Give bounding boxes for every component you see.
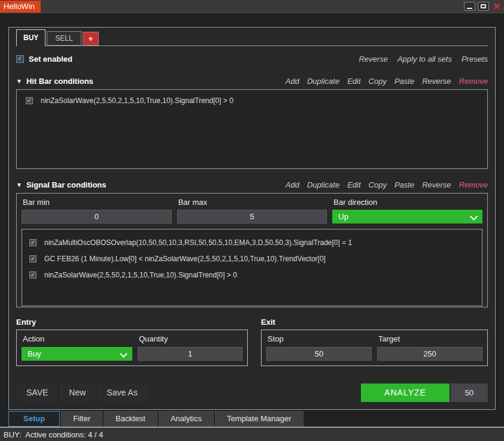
checkmark-icon: ✓ [31,240,35,246]
tab-setup[interactable]: Setup [8,411,60,427]
exit-title: Exit [261,318,488,327]
target-label: Target [377,333,482,347]
signal-duplicate-link[interactable]: Duplicate [307,180,339,189]
stop-input[interactable]: 50 [266,347,372,361]
set-enabled-label: Set enabled [29,55,72,64]
minimize-icon [467,8,472,9]
entry-exit-row: Entry Action Buy Quantity 1 Exit [16,318,488,366]
title-bar: HelloWin ✕ [0,0,504,13]
entry-group: Entry Action Buy Quantity 1 [16,318,248,366]
save-button-strip: SAVE New Save As [16,383,148,402]
apply-all-sets-link[interactable]: Apply to all sets [397,55,452,64]
analyze-count-input[interactable]: 50 [451,383,488,402]
collapse-icon[interactable]: ▼ [16,78,22,84]
save-button[interactable]: SAVE [16,383,59,402]
signal-bar-header: ▼ Signal Bar conditions Add Duplicate Ed… [16,179,488,190]
hit-duplicate-link[interactable]: Duplicate [307,77,339,86]
condition-text: ninZaSolarWave(2,5,50,2,1,5,10,True,10).… [41,96,233,105]
entry-title: Entry [16,318,248,327]
signal-bar-title: Signal Bar conditions [26,180,107,189]
bar-direction-label: Bar direction [332,196,482,210]
signal-reverse-link[interactable]: Reverse [422,180,451,189]
signal-bar-conditions-list: ✓ ninZaMultiOscOBOSOverlap(10,50,50,10,3… [22,229,482,306]
bar-max-input[interactable]: 5 [177,210,327,223]
set-enabled-checkbox[interactable]: ✓ [16,55,24,63]
condition-row[interactable]: ✓ ninZaMultiOscOBOSOverlap(10,50,50,10,3… [22,235,482,251]
bar-direction-value: Up [338,212,348,221]
analyze-area: ANALYZE 50 [361,383,488,402]
set-links: Reverse Apply to all sets Presets [359,55,488,64]
signal-add-link[interactable]: Add [286,180,299,189]
condition-row[interactable]: ✓ GC FEB26 (1 Minute).Low[0] < ninZaSola… [22,251,482,267]
signal-bar-params: Bar min 0 Bar max 5 Bar direction Up [22,196,482,223]
analyze-button[interactable]: ANALYZE [361,383,450,402]
tab-analytics[interactable]: Analytics [159,411,214,427]
new-button[interactable]: New [59,383,96,402]
bar-min-label: Bar min [22,196,172,210]
condition-row[interactable]: ✓ ninZaSolarWave(2,5,50,2,1,5,10,True,10… [22,267,482,283]
window-title: HelloWin [0,1,41,13]
tab-buy[interactable]: BUY [16,29,45,46]
hit-bar-actions: Add Duplicate Edit Copy Paste Reverse Re… [286,77,488,86]
tab-template-manager[interactable]: Template Manager [215,411,303,427]
hit-bar-conditions-list: ✓ ninZaSolarWave(2,5,50,2,1,5,10,True,10… [16,89,488,169]
tab-backtest[interactable]: Backtest [104,411,157,427]
condition-text: GC FEB26 (1 Minute).Low[0] < ninZaSolarW… [44,255,326,263]
condition-row[interactable]: ✓ ninZaSolarWave(2,5,50,2,1,5,10,True,10… [17,93,487,108]
bar-min-input[interactable]: 0 [22,210,172,223]
hit-add-link[interactable]: Add [286,77,299,86]
footer-buttons: SAVE New Save As ANALYZE 50 [16,383,488,402]
hit-bar-header: ▼ Hit Bar conditions Add Duplicate Edit … [16,75,488,86]
quantity-label: Quantity [138,333,242,347]
signal-edit-link[interactable]: Edit [347,180,360,189]
close-button[interactable]: ✕ [491,2,502,11]
signal-copy-link[interactable]: Copy [369,180,387,189]
close-icon: ✕ [493,1,500,11]
collapse-icon[interactable]: ▼ [16,182,22,188]
maximize-icon [481,4,486,8]
hit-bar-title: Hit Bar conditions [26,77,93,86]
checkmark-icon: ✓ [27,98,32,104]
action-label: Action [22,333,132,347]
bottom-tabstrip: Setup Filter Backtest Analytics Template… [8,411,303,427]
set-tabstrip: BUY SELL + [16,31,488,46]
main-panel: BUY SELL + ✓ Set enabled Reverse Apply t… [8,27,496,410]
tab-filter[interactable]: Filter [61,411,102,427]
signal-bar-actions: Add Duplicate Edit Copy Paste Reverse Re… [286,180,488,189]
maximize-button[interactable] [478,2,489,11]
bar-direction-select[interactable]: Up [332,210,482,223]
condition-text: ninZaMultiOscOBOSOverlap(10,50,50,10,3,R… [44,238,352,247]
action-select[interactable]: Buy [22,347,132,361]
condition-checkbox[interactable]: ✓ [29,255,37,262]
set-enabled-row: ✓ Set enabled Reverse Apply to all sets … [16,54,488,64]
save-as-button[interactable]: Save As [96,383,147,402]
checkmark-icon: ✓ [31,272,35,278]
chevron-down-icon [471,214,476,219]
bar-max-label: Bar max [177,196,327,210]
minimize-button[interactable] [464,2,475,11]
condition-checkbox[interactable]: ✓ [29,271,37,279]
stop-label: Stop [266,333,372,347]
presets-link[interactable]: Presets [462,55,488,64]
hit-reverse-link[interactable]: Reverse [422,77,451,86]
hit-copy-link[interactable]: Copy [369,77,387,86]
reverse-set-link[interactable]: Reverse [359,55,387,64]
add-set-tab[interactable]: + [83,32,99,46]
condition-text: ninZaSolarWave(2,5,50,2,1,5,10,True,10).… [44,271,237,279]
signal-remove-link[interactable]: Remove [459,180,488,189]
chevron-down-icon [121,351,126,357]
hit-paste-link[interactable]: Paste [394,77,414,86]
checkmark-icon: ✓ [17,56,22,62]
hit-edit-link[interactable]: Edit [347,77,360,86]
condition-checkbox[interactable]: ✓ [29,239,37,246]
status-bar: BUY: Active conditions: 4 / 4 [0,427,504,441]
tab-sell[interactable]: SELL [47,31,81,46]
hit-remove-link[interactable]: Remove [459,77,488,86]
signal-paste-link[interactable]: Paste [394,180,414,189]
condition-checkbox[interactable]: ✓ [26,97,33,104]
status-text: BUY: Active conditions: 4 / 4 [4,430,103,439]
quantity-input[interactable]: 1 [138,347,242,361]
window-controls: ✕ [464,2,504,11]
target-input[interactable]: 250 [377,347,482,361]
exit-group: Exit Stop 50 Target 250 [261,318,488,366]
